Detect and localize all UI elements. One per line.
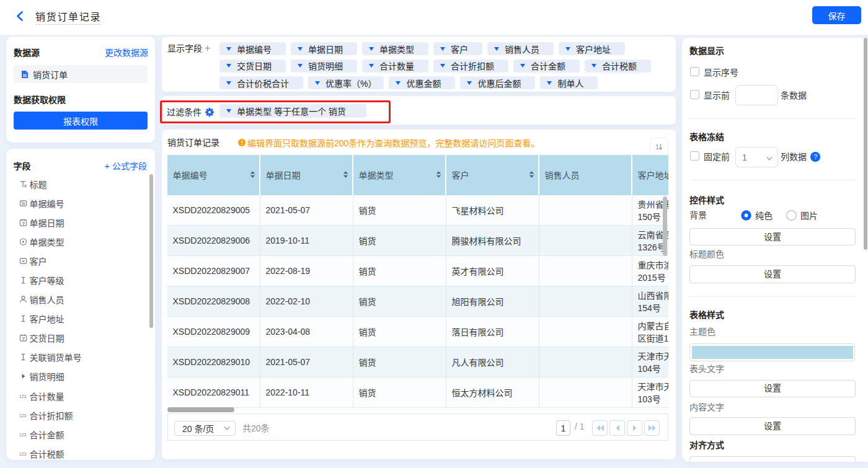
svg-text:123: 123 [19, 452, 26, 456]
svg-text:123: 123 [19, 394, 26, 398]
svg-text:?: ? [813, 153, 817, 161]
svg-text:1: 1 [655, 143, 659, 151]
svg-text:123: 123 [19, 413, 26, 418]
svg-text:123: 123 [19, 433, 26, 437]
